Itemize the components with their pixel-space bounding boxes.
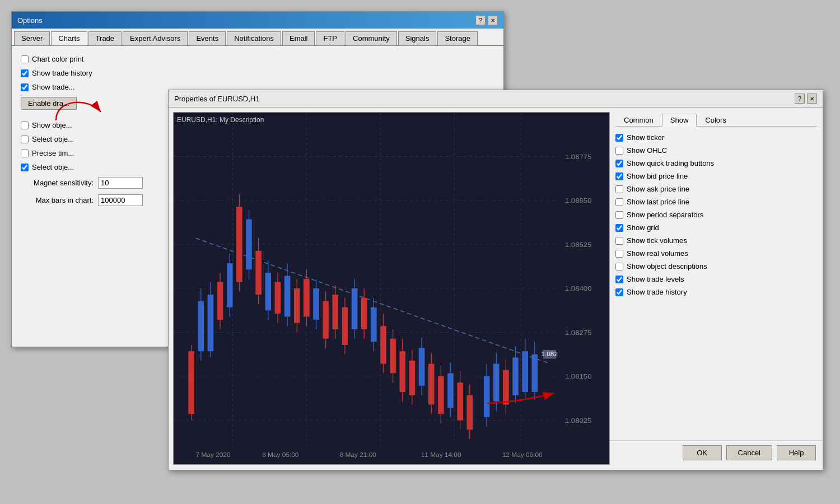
show-real-volumes-checkbox[interactable]	[615, 250, 623, 258]
show-trade-history-panel-row: Show trade history	[615, 288, 817, 296]
properties-dialog: Properties of EURUSD,H1 ? ✕ EURUSD,H1: M…	[168, 90, 823, 470]
show-trade-history-panel-label: Show trade history	[627, 288, 687, 296]
options-titlebar[interactable]: Options ? ✕	[12, 12, 503, 29]
show-ticker-checkbox[interactable]	[615, 134, 623, 142]
show-period-label: Show period separators	[627, 211, 703, 219]
show-trade-levels-row: Show trade levels	[615, 275, 817, 283]
chart-area: EURUSD,H1: My Description	[173, 112, 610, 465]
magnet-input[interactable]	[98, 177, 143, 189]
tab-events[interactable]: Events	[189, 31, 226, 45]
select-obj-2-label: Select obje...	[32, 163, 74, 171]
show-quick-trading-label: Show quick trading buttons	[627, 159, 714, 167]
show-grid-checkbox[interactable]	[615, 224, 623, 232]
svg-text:11 May 14:00: 11 May 14:00	[421, 451, 461, 458]
magnet-label: Magnet sensitivity:	[21, 179, 94, 187]
properties-titlebar[interactable]: Properties of EURUSD,H1 ? ✕	[169, 90, 823, 108]
show-trade-levels-label: Show trade levels	[627, 275, 684, 283]
tab-show[interactable]: Show	[662, 114, 697, 127]
right-panel: Common Show Colors Show ticker Show OHLC	[610, 108, 823, 465]
show-trade-2-checkbox[interactable]	[21, 83, 29, 91]
select-obj-label: Select obje...	[32, 135, 74, 143]
options-close-btn[interactable]: ✕	[488, 15, 498, 25]
tab-notifications[interactable]: Notifications	[227, 31, 281, 45]
show-real-volumes-label: Show real volumes	[627, 249, 688, 258]
tab-colors[interactable]: Colors	[697, 114, 735, 127]
show-ask-row: Show ask price line	[615, 185, 817, 193]
tab-expert-advisors[interactable]: Expert Advisors	[123, 31, 188, 45]
help-button[interactable]: Help	[777, 445, 816, 460]
svg-text:1.08275: 1.08275	[565, 329, 592, 337]
show-ask-checkbox[interactable]	[615, 185, 623, 193]
show-trade-history-row: Show trade history	[21, 69, 494, 77]
svg-text:1.082: 1.082	[541, 351, 558, 357]
tab-ftp[interactable]: FTP	[316, 31, 344, 45]
show-trade-history-panel-checkbox[interactable]	[615, 288, 623, 296]
properties-footer: OK Cancel Help	[610, 440, 823, 465]
show-tick-volumes-row: Show tick volumes	[615, 236, 817, 245]
svg-text:7 May 2020: 7 May 2020	[196, 451, 231, 458]
show-options-list: Show ticker Show OHLC Show quick trading…	[615, 133, 817, 296]
show-bid-row: Show bid price line	[615, 172, 817, 180]
properties-help-btn[interactable]: ?	[795, 94, 805, 104]
cancel-button[interactable]: Cancel	[726, 445, 772, 460]
show-last-row: Show last price line	[615, 198, 817, 206]
svg-text:1.08650: 1.08650	[565, 197, 592, 204]
show-object-desc-label: Show object descriptions	[627, 262, 707, 270]
svg-text:1.08525: 1.08525	[565, 241, 592, 249]
show-period-row: Show period separators	[615, 211, 817, 219]
tab-trade[interactable]: Trade	[88, 31, 122, 45]
show-trade-history-checkbox[interactable]	[21, 69, 29, 77]
svg-text:12 May 06:00: 12 May 06:00	[502, 451, 543, 458]
tab-email[interactable]: Email	[282, 31, 315, 45]
tab-common[interactable]: Common	[615, 114, 662, 127]
show-last-checkbox[interactable]	[615, 198, 623, 206]
show-bid-checkbox[interactable]	[615, 172, 623, 180]
panel-tabs: Common Show Colors	[615, 113, 817, 127]
svg-text:8 May 05:00: 8 May 05:00	[262, 451, 298, 458]
show-ohlc-row: Show OHLC	[615, 146, 817, 155]
show-trade-history-label: Show trade history	[32, 69, 92, 77]
options-tabs: Server Charts Trade Expert Advisors Even…	[12, 29, 503, 46]
show-trade-levels-checkbox[interactable]	[615, 276, 623, 283]
show-object-desc-checkbox[interactable]	[615, 263, 623, 270]
show-period-checkbox[interactable]	[615, 211, 623, 219]
show-trade-2-label: Show trade...	[32, 83, 75, 91]
show-quick-trading-row: Show quick trading buttons	[615, 159, 817, 167]
chart-svg: 1.082 1.08775 1.08650 1.08525 1.08400 1.…	[174, 113, 609, 464]
chart-label: EURUSD,H1: My Description	[177, 116, 264, 124]
show-ticker-label: Show ticker	[627, 133, 664, 142]
max-bars-label: Max bars in chart:	[21, 196, 94, 204]
panel-tabs-container: Common Show Colors Show ticker Show OHLC	[610, 108, 823, 301]
select-obj-2-checkbox[interactable]	[21, 164, 29, 171]
tab-community[interactable]: Community	[346, 31, 397, 45]
show-ask-label: Show ask price line	[627, 185, 689, 193]
ok-button[interactable]: OK	[683, 445, 722, 460]
select-obj-checkbox[interactable]	[21, 136, 29, 143]
svg-text:1.08775: 1.08775	[565, 153, 592, 161]
options-help-btn[interactable]: ?	[475, 15, 486, 25]
show-quick-trading-checkbox[interactable]	[615, 160, 623, 167]
tab-server[interactable]: Server	[14, 31, 50, 45]
svg-text:8 May 21:00: 8 May 21:00	[340, 451, 376, 458]
properties-title: Properties of EURUSD,H1	[174, 95, 259, 103]
show-ohlc-checkbox[interactable]	[615, 147, 623, 155]
show-obj-checkbox[interactable]	[21, 122, 29, 129]
tab-signals[interactable]: Signals	[398, 31, 437, 45]
properties-layout: EURUSD,H1: My Description	[169, 108, 823, 465]
max-bars-input[interactable]	[98, 194, 143, 206]
enable-drawing-btn[interactable]: Enable dra...	[21, 97, 77, 110]
properties-titlebar-buttons: ? ✕	[795, 94, 817, 104]
show-object-desc-row: Show object descriptions	[615, 262, 817, 270]
chart-section: EURUSD,H1: My Description	[169, 108, 610, 465]
tab-charts[interactable]: Charts	[51, 31, 87, 45]
precise-time-label: Precise tim...	[32, 149, 74, 157]
properties-close-btn[interactable]: ✕	[807, 94, 817, 104]
svg-text:1.08150: 1.08150	[565, 373, 592, 380]
precise-time-checkbox[interactable]	[21, 150, 29, 157]
chart-color-print-checkbox[interactable]	[21, 55, 29, 63]
show-tick-volumes-checkbox[interactable]	[615, 237, 623, 245]
options-titlebar-buttons: ? ✕	[475, 15, 498, 25]
tab-storage[interactable]: Storage	[437, 31, 478, 45]
show-real-volumes-row: Show real volumes	[615, 249, 817, 258]
show-grid-row: Show grid	[615, 223, 817, 232]
